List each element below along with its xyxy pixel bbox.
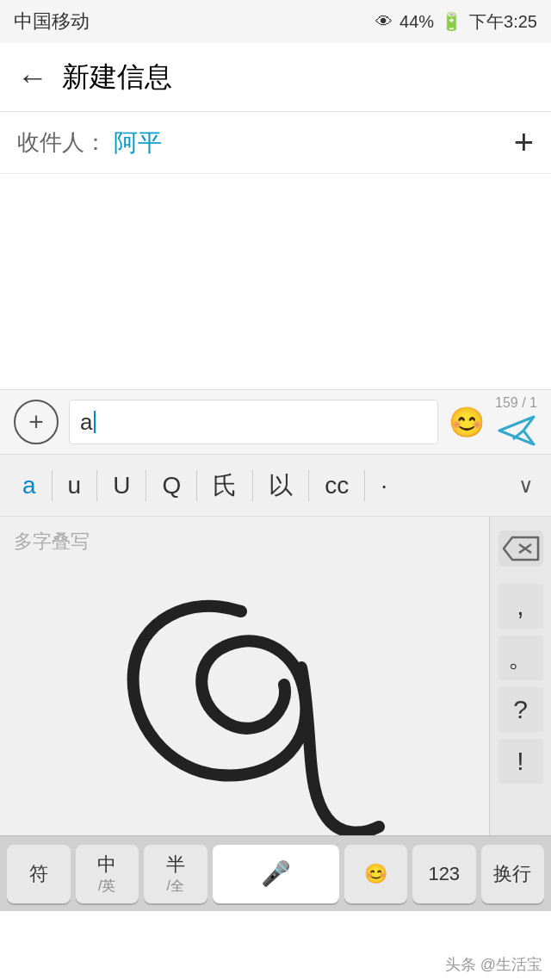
- char-count: 159 / 1: [495, 396, 537, 410]
- suggestion-item-shi[interactable]: 氏: [197, 462, 252, 509]
- plus-icon: +: [28, 407, 44, 437]
- suggestion-item-dot[interactable]: ·: [365, 465, 403, 506]
- text-input[interactable]: a: [69, 400, 438, 444]
- back-button[interactable]: ←: [17, 59, 48, 96]
- suggestions-bar: a u U Q 氏 以 cc · ∨: [0, 455, 551, 517]
- emoji-label: 😊: [364, 863, 387, 885]
- enter-key[interactable]: 换行: [481, 845, 545, 903]
- suggestion-item-yi[interactable]: 以: [253, 462, 308, 509]
- attach-button[interactable]: +: [14, 400, 59, 444]
- lang-label: 中: [97, 852, 116, 878]
- time-display: 下午3:25: [469, 10, 537, 34]
- number-key[interactable]: 123: [412, 845, 476, 903]
- suggestion-item-cc[interactable]: cc: [309, 465, 364, 506]
- header: ← 新建信息: [0, 43, 551, 112]
- text-cursor: [94, 411, 96, 433]
- expand-suggestions-button[interactable]: ∨: [508, 467, 544, 505]
- battery-icon: 🔋: [441, 11, 462, 32]
- period-key[interactable]: 。: [498, 636, 543, 680]
- svg-marker-0: [499, 417, 534, 444]
- width-label: 半: [166, 852, 185, 878]
- recipient-value[interactable]: 阿平: [114, 127, 514, 159]
- handwriting-area: 多字叠写 , 。 ? !: [0, 517, 551, 835]
- send-area: 159 / 1: [495, 396, 537, 448]
- send-button[interactable]: [496, 413, 537, 448]
- lang-key[interactable]: 中 /英: [76, 845, 139, 903]
- number-label: 123: [428, 863, 460, 885]
- delete-button[interactable]: [498, 530, 543, 567]
- exclamation-key[interactable]: !: [498, 739, 543, 784]
- keyboard-bottom: 符 中 /英 半 /全 🎤 😊 123 换行: [0, 835, 551, 911]
- emoji-key[interactable]: 😊: [344, 845, 408, 903]
- handwriting-sidebar: , 。 ? !: [489, 517, 551, 835]
- question-key[interactable]: ?: [498, 687, 543, 732]
- recipient-row: 收件人： 阿平 +: [0, 112, 551, 174]
- lang-sub: /英: [98, 878, 115, 896]
- suggestion-item-U[interactable]: U: [97, 465, 145, 506]
- mic-icon: 🎤: [261, 859, 291, 888]
- battery-level: 44%: [399, 12, 434, 32]
- suggestion-item-u[interactable]: u: [53, 465, 97, 506]
- comma-key[interactable]: ,: [498, 584, 543, 629]
- status-bar: 中国移动 👁 44% 🔋 下午3:25: [0, 0, 551, 43]
- page-title: 新建信息: [62, 59, 172, 96]
- backspace-icon: [502, 536, 540, 561]
- input-toolbar: + a 😊 159 / 1: [0, 389, 551, 455]
- input-text: a: [80, 409, 92, 436]
- add-recipient-button[interactable]: +: [514, 123, 534, 162]
- send-icon: [498, 413, 536, 448]
- suggestion-item-Q[interactable]: Q: [146, 465, 196, 506]
- message-area[interactable]: [0, 174, 551, 389]
- carrier-signal: 中国移动: [14, 9, 90, 34]
- svg-marker-2: [504, 537, 538, 560]
- enter-label: 换行: [493, 861, 531, 887]
- symbol-key[interactable]: 符: [7, 845, 71, 903]
- suggestion-item-a[interactable]: a: [7, 465, 52, 506]
- eye-icon: 👁: [375, 12, 393, 32]
- symbol-label: 符: [29, 861, 48, 887]
- recipient-label: 收件人：: [17, 127, 107, 158]
- width-sub: /全: [167, 878, 184, 896]
- hw-drawing: [0, 517, 489, 835]
- watermark: 头条 @生活宝: [445, 954, 542, 975]
- handwriting-canvas[interactable]: 多字叠写: [0, 517, 489, 835]
- space-key[interactable]: 🎤: [213, 845, 339, 903]
- width-key[interactable]: 半 /全: [144, 845, 207, 903]
- status-right: 👁 44% 🔋 下午3:25: [375, 10, 537, 34]
- handwriting-label: 多字叠写: [14, 529, 90, 555]
- emoji-button[interactable]: 😊: [449, 405, 485, 439]
